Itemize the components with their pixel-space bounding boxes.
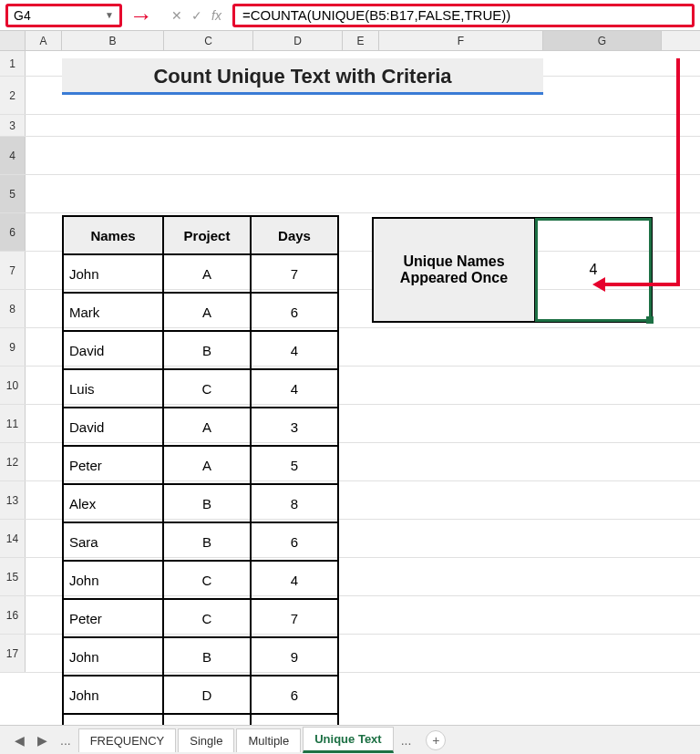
cell[interactable] — [343, 137, 379, 174]
cell[interactable] — [543, 596, 662, 634]
tab-multiple[interactable]: Multiple — [236, 728, 301, 752]
row-header[interactable]: 8 — [0, 290, 26, 327]
table-cell[interactable]: Mark — [63, 293, 163, 331]
table-cell[interactable]: 3 — [251, 408, 338, 446]
header-project[interactable]: Project — [163, 216, 251, 254]
cell[interactable] — [379, 558, 543, 595]
row-header[interactable]: 13 — [0, 481, 26, 519]
cell[interactable] — [253, 175, 343, 212]
select-all-cell[interactable] — [0, 31, 26, 50]
table-cell[interactable]: 7 — [251, 599, 338, 637]
cell[interactable] — [379, 175, 543, 212]
cell[interactable] — [543, 51, 662, 76]
table-cell[interactable]: John — [63, 254, 163, 293]
header-days[interactable]: Days — [251, 216, 338, 254]
row-header[interactable]: 14 — [0, 520, 26, 557]
table-cell[interactable]: B — [163, 484, 251, 522]
table-cell[interactable]: 4 — [251, 561, 338, 599]
cell[interactable] — [343, 367, 379, 404]
cell[interactable] — [379, 405, 543, 442]
cell[interactable] — [253, 137, 343, 174]
cell[interactable] — [379, 635, 543, 672]
cell[interactable] — [379, 367, 543, 404]
table-cell[interactable]: Peter — [63, 446, 163, 484]
cell[interactable] — [543, 405, 662, 442]
cell[interactable] — [164, 175, 253, 212]
tab-frequency[interactable]: FREQUENCY — [78, 728, 177, 752]
cell[interactable] — [26, 137, 62, 174]
table-cell[interactable]: 7 — [251, 254, 338, 293]
cell[interactable] — [26, 481, 62, 519]
table-cell[interactable]: A — [163, 408, 251, 446]
table-cell[interactable]: 6 — [251, 522, 338, 561]
cell[interactable] — [26, 558, 62, 595]
chevron-down-icon[interactable]: ▼ — [105, 10, 114, 20]
table-cell[interactable]: 8 — [251, 484, 338, 522]
cell[interactable] — [343, 520, 379, 557]
row-header[interactable]: 17 — [0, 635, 26, 672]
column-header-c[interactable]: C — [164, 31, 253, 50]
table-cell[interactable]: David — [63, 408, 163, 446]
table-cell[interactable]: B — [163, 637, 251, 676]
tab-nav-next[interactable]: ▶ — [32, 733, 53, 748]
cell[interactable] — [543, 558, 662, 595]
row-header[interactable]: 11 — [0, 405, 26, 442]
table-cell[interactable]: C — [163, 369, 251, 408]
cell[interactable] — [343, 175, 379, 212]
cell[interactable] — [26, 328, 62, 366]
cell[interactable] — [379, 137, 543, 174]
tab-unique-text[interactable]: Unique Text — [303, 727, 393, 753]
table-cell[interactable]: 9 — [251, 637, 338, 676]
table-cell[interactable]: Alex — [63, 484, 163, 522]
cell[interactable] — [164, 115, 253, 136]
cell[interactable] — [26, 115, 62, 136]
add-sheet-button[interactable]: + — [426, 730, 446, 750]
cell[interactable] — [343, 481, 379, 519]
cell[interactable] — [343, 635, 379, 672]
table-cell[interactable]: A — [163, 446, 251, 484]
table-cell[interactable]: Luis — [63, 369, 163, 408]
tab-overflow[interactable]: ... — [55, 733, 77, 748]
table-cell[interactable]: B — [163, 522, 251, 561]
row-header[interactable]: 4 — [0, 137, 26, 174]
row-header[interactable]: 6 — [0, 213, 26, 251]
row-header[interactable]: 9 — [0, 328, 26, 366]
column-header-f[interactable]: F — [379, 31, 543, 50]
column-header-b[interactable]: B — [62, 31, 164, 50]
row-header[interactable]: 3 — [0, 115, 26, 136]
table-cell[interactable]: A — [163, 293, 251, 331]
cell[interactable] — [62, 137, 164, 174]
cell[interactable] — [543, 115, 662, 136]
table-cell[interactable]: David — [63, 331, 163, 369]
column-header-d[interactable]: D — [253, 31, 343, 50]
result-label[interactable]: Unique Names Appeared Once — [373, 218, 535, 322]
cell[interactable] — [543, 481, 662, 519]
cell[interactable] — [26, 596, 62, 634]
enter-icon[interactable]: ✓ — [191, 8, 202, 23]
table-cell[interactable]: C — [163, 599, 251, 637]
table-cell[interactable]: B — [163, 331, 251, 369]
cell[interactable] — [543, 77, 662, 114]
cell[interactable] — [343, 405, 379, 442]
tab-nav-prev[interactable]: ◀ — [9, 733, 30, 748]
cell[interactable] — [543, 367, 662, 404]
table-cell[interactable]: John — [63, 637, 163, 676]
row-header[interactable]: 10 — [0, 367, 26, 404]
table-cell[interactable]: 4 — [251, 369, 338, 408]
cell[interactable] — [26, 175, 62, 212]
cell[interactable] — [543, 175, 662, 212]
cell[interactable] — [343, 443, 379, 480]
cell[interactable] — [26, 367, 62, 404]
row-header[interactable]: 7 — [0, 252, 26, 289]
cell[interactable] — [543, 137, 662, 174]
table-cell[interactable]: John — [63, 561, 163, 599]
cell[interactable] — [379, 520, 543, 557]
cell[interactable] — [26, 252, 62, 289]
column-header-a[interactable]: A — [26, 31, 62, 50]
cell[interactable] — [343, 558, 379, 595]
cell[interactable] — [26, 635, 62, 672]
cell[interactable] — [343, 115, 379, 136]
cell[interactable] — [26, 290, 62, 327]
table-cell[interactable]: John — [63, 676, 163, 714]
table-cell[interactable]: A — [163, 254, 251, 293]
